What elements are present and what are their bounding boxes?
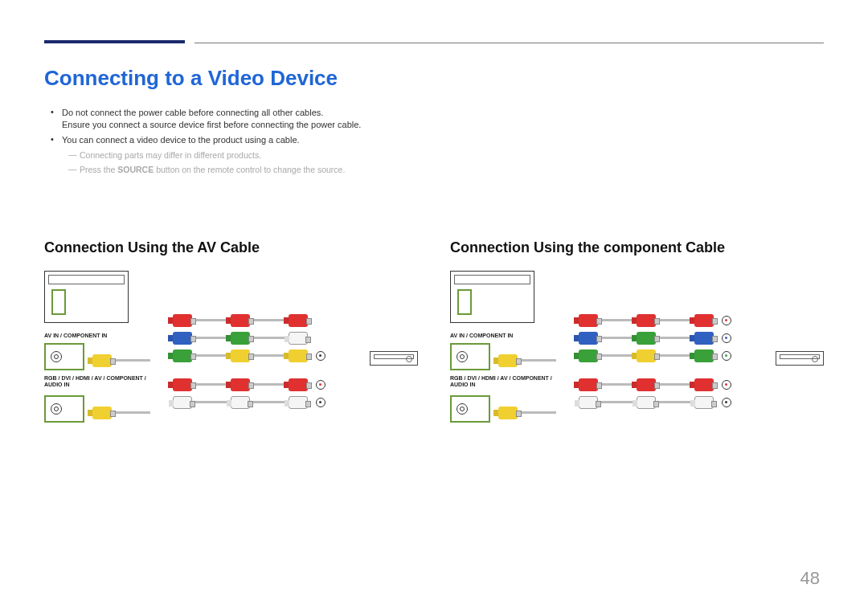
diagram-columns: Connection Using the AV Cable AV IN / CO…	[44, 239, 824, 431]
cable-row-yellow	[92, 351, 150, 370]
cable-row	[173, 393, 326, 412]
plug-red-icon	[579, 378, 598, 391]
socket-blue-icon	[722, 333, 731, 343]
socket-red-icon	[722, 316, 731, 325]
plug-yellow-icon	[498, 407, 518, 419]
port-box-av-in	[44, 343, 84, 370]
plug-white-icon	[289, 396, 308, 409]
cable-row-yellow	[92, 403, 150, 423]
cable-row	[173, 375, 326, 394]
port-box-av-in	[450, 343, 490, 370]
port-box-audio-in	[44, 395, 84, 423]
section-heading: Connection Using the component Cable	[450, 239, 824, 256]
socket-red-icon	[316, 380, 326, 390]
bullet-icon: •	[51, 134, 62, 146]
dvd-player-icon	[370, 351, 418, 366]
cable-row	[579, 311, 731, 330]
jack-icon	[51, 403, 62, 415]
port-label-audio-in: RGB / DVI / HDMI / AV / COMPONENT / AUDI…	[450, 375, 571, 389]
av-cable-section: Connection Using the AV Cable AV IN / CO…	[44, 239, 418, 431]
bullet-text: You can connect a video device to the pr…	[62, 134, 300, 146]
plug-red-icon	[231, 314, 250, 327]
monitor-icon	[44, 271, 129, 323]
plug-white-icon	[173, 396, 192, 409]
plug-red-icon	[231, 378, 250, 391]
section-heading: Connection Using the AV Cable	[44, 239, 418, 256]
socket-icon	[722, 398, 731, 407]
cable-row	[173, 311, 309, 330]
cable-row	[579, 329, 731, 348]
intro-bullets: • Do not connect the power cable before …	[51, 107, 824, 175]
component-cable-section: Connection Using the component Cable AV …	[450, 239, 824, 431]
plug-white-icon	[579, 396, 598, 409]
plug-blue-icon	[173, 332, 192, 345]
plug-yellow-icon	[637, 349, 656, 362]
bullet-icon: •	[51, 107, 62, 131]
plug-blue-icon	[694, 332, 714, 345]
plug-yellow-icon	[289, 349, 308, 362]
cable-row	[579, 393, 731, 412]
cable-row	[579, 346, 731, 366]
cable-row	[173, 346, 326, 366]
plug-red-icon	[173, 378, 192, 391]
cable-row-yellow	[498, 403, 556, 423]
jack-icon	[457, 403, 468, 415]
plug-green-icon	[173, 349, 192, 362]
dash-icon: ―	[68, 149, 80, 161]
port-label-audio-in: RGB / DVI / HDMI / AV / COMPONENT / AUDI…	[44, 375, 165, 389]
monitor-icon	[450, 271, 534, 323]
plug-blue-icon	[579, 332, 598, 345]
plug-white-icon	[637, 396, 656, 409]
plug-red-icon	[579, 314, 598, 327]
plug-yellow-icon	[92, 354, 112, 367]
cable-row	[579, 375, 731, 394]
socket-red-icon	[722, 380, 731, 390]
plug-red-icon	[289, 378, 308, 391]
plug-red-icon	[173, 314, 192, 327]
component-diagram: AV IN / COMPONENT IN RGB / DVI / HDMI / …	[450, 271, 824, 431]
page-number: 48	[800, 568, 820, 589]
plug-white-icon	[289, 332, 308, 345]
sub-notes: ― Connecting parts may differ in differe…	[68, 149, 824, 175]
plug-yellow-icon	[92, 407, 112, 419]
dash-icon: ―	[68, 164, 80, 175]
bullet-text: Do not connect the power cable before co…	[62, 107, 361, 131]
port-label-av-in: AV IN / COMPONENT IN	[44, 333, 107, 339]
cable-row	[173, 329, 309, 348]
dvd-player-icon	[776, 351, 824, 366]
page-title: Connecting to a Video Device	[44, 66, 824, 91]
plug-white-icon	[694, 396, 714, 409]
plug-yellow-icon	[498, 354, 518, 367]
plug-red-icon	[694, 378, 714, 391]
plug-green-icon	[637, 332, 656, 345]
plug-green-icon	[579, 349, 598, 362]
cable-row-yellow	[498, 351, 556, 370]
plug-red-icon	[289, 314, 308, 327]
port-label-av-in: AV IN / COMPONENT IN	[450, 333, 513, 339]
plug-green-icon	[231, 332, 250, 345]
socket-green-icon	[722, 351, 731, 361]
header-accent	[44, 40, 185, 43]
av-diagram: AV IN / COMPONENT IN RGB / DVI / HDMI / …	[44, 271, 418, 431]
plug-yellow-icon	[231, 349, 250, 362]
plug-white-icon	[231, 396, 250, 409]
note-text: Connecting parts may differ in different…	[80, 149, 261, 161]
header-divider	[194, 43, 824, 43]
plug-red-icon	[637, 314, 656, 327]
port-box-audio-in	[450, 395, 490, 423]
plug-green-icon	[694, 349, 714, 362]
header-rule	[44, 40, 824, 43]
plug-red-icon	[637, 378, 656, 391]
socket-icon	[316, 351, 326, 361]
note-text: Press the SOURCE button on the remote co…	[80, 164, 345, 175]
jack-icon	[457, 351, 468, 362]
jack-icon	[51, 351, 62, 362]
socket-icon	[316, 398, 326, 407]
plug-red-icon	[694, 314, 714, 327]
